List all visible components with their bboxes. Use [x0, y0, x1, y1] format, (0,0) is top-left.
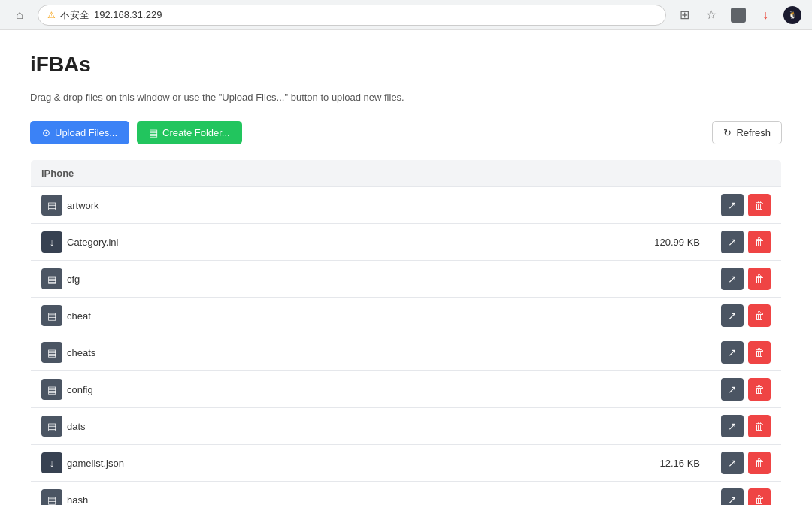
address-bar[interactable]: ⚠ 不安全 192.168.31.229 [38, 5, 666, 26]
folder-icon: ▤ [41, 305, 62, 326]
file-icon: ↓ [41, 231, 62, 252]
file-name-cell: ▤ hash [31, 482, 636, 506]
file-name-cell: ▤ cheats [31, 334, 636, 371]
file-name: Category.ini [67, 237, 118, 248]
share-button[interactable]: ↗ [721, 378, 744, 401]
file-name: cheat [67, 310, 91, 322]
file-size [635, 261, 710, 298]
file-size: 12.16 KB [635, 445, 710, 482]
file-name: hash [67, 494, 88, 506]
browser-toolbar-icons: ⊞ ☆ ↓ 🐧 [674, 5, 803, 26]
folder-icon: ▤ [41, 379, 62, 400]
file-name: gamelist.json [67, 458, 124, 469]
delete-button[interactable]: 🗑 [748, 304, 771, 327]
upload-icon: ⊙ [42, 127, 50, 138]
share-button[interactable]: ↗ [721, 452, 744, 474]
file-name: artwork [67, 200, 99, 211]
table-header-row: iPhone [31, 160, 782, 187]
file-name-cell: ▤ cheat [31, 298, 636, 334]
file-name-cell: ▤ dats [31, 408, 636, 445]
security-warning-icon: ⚠ [47, 10, 56, 20]
file-actions-cell: ↗ 🗑 [710, 482, 782, 506]
delete-button[interactable]: 🗑 [748, 268, 771, 290]
file-actions-cell: ↗ 🗑 [710, 298, 782, 334]
profile-button[interactable]: 🐧 [782, 5, 803, 26]
file-actions-cell: ↗ 🗑 [710, 371, 782, 408]
table-row: ▤ config ↗ 🗑 [31, 371, 782, 408]
address-text: 192.168.31.229 [94, 9, 162, 20]
share-button[interactable]: ↗ [721, 488, 744, 505]
file-size [635, 371, 710, 408]
delete-button[interactable]: 🗑 [748, 488, 771, 505]
file-actions-cell: ↗ 🗑 [710, 261, 782, 298]
upload-files-button[interactable]: ⊙ Upload Files... [30, 121, 129, 144]
delete-button[interactable]: 🗑 [748, 231, 771, 253]
translate-button[interactable]: ⊞ [674, 5, 695, 26]
file-name-cell: ▤ artwork [31, 187, 636, 224]
create-folder-label: Create Folder... [162, 127, 230, 138]
refresh-icon: ↻ [723, 127, 732, 138]
file-name-cell: ↓ gamelist.json [31, 445, 636, 482]
toolbar: ⊙ Upload Files... ▤ Create Folder... ↻ R… [30, 121, 782, 144]
app-title: iFBAs [30, 53, 782, 77]
extension-button[interactable] [728, 5, 749, 26]
file-name: dats [67, 421, 86, 432]
file-size [635, 298, 710, 334]
file-actions-cell: ↗ 🗑 [710, 445, 782, 482]
file-size [635, 334, 710, 371]
create-folder-button[interactable]: ▤ Create Folder... [137, 121, 242, 144]
download-button[interactable]: ↓ [755, 5, 776, 26]
browser-bar: ⌂ ⚠ 不安全 192.168.31.229 ⊞ ☆ ↓ 🐧 [0, 0, 812, 30]
share-button[interactable]: ↗ [721, 231, 744, 253]
delete-button[interactable]: 🗑 [748, 452, 771, 474]
file-actions-cell: ↗ 🗑 [710, 408, 782, 445]
file-name-cell: ▤ cfg [31, 261, 636, 298]
upload-label: Upload Files... [55, 127, 117, 138]
file-size: 120.99 KB [635, 224, 710, 261]
section-header: iPhone [31, 160, 782, 187]
table-row: ↓ gamelist.json 12.16 KB ↗ 🗑 [31, 445, 782, 482]
delete-button[interactable]: 🗑 [748, 194, 771, 216]
table-row: ▤ cheats ↗ 🗑 [31, 334, 782, 371]
folder-icon: ▤ [41, 489, 62, 505]
file-name-cell: ↓ Category.ini [31, 224, 636, 261]
folder-icon: ▤ [41, 342, 62, 363]
share-button[interactable]: ↗ [721, 415, 744, 437]
share-button[interactable]: ↗ [721, 304, 744, 327]
delete-button[interactable]: 🗑 [748, 341, 771, 364]
file-icon: ↓ [41, 452, 62, 473]
share-button[interactable]: ↗ [721, 341, 744, 364]
file-size [635, 408, 710, 445]
folder-icon: ▤ [41, 195, 62, 216]
folder-icon: ▤ [41, 268, 62, 289]
folder-icon: ▤ [41, 416, 62, 437]
home-button[interactable]: ⌂ [9, 5, 30, 26]
page-content: iFBAs Drag & drop files on this window o… [0, 30, 812, 505]
bookmark-button[interactable]: ☆ [701, 5, 722, 26]
extension-icon [731, 8, 746, 23]
share-button[interactable]: ↗ [721, 194, 744, 216]
table-row: ▤ dats ↗ 🗑 [31, 408, 782, 445]
create-folder-icon: ▤ [149, 127, 158, 138]
profile-icon: 🐧 [783, 6, 801, 24]
toolbar-left: ⊙ Upload Files... ▤ Create Folder... [30, 121, 242, 144]
file-name: cfg [67, 274, 80, 285]
file-size [635, 482, 710, 506]
delete-button[interactable]: 🗑 [748, 378, 771, 401]
translate-icon: ⊞ [680, 8, 689, 22]
table-row: ▤ hash ↗ 🗑 [31, 482, 782, 506]
file-actions-cell: ↗ 🗑 [710, 224, 782, 261]
delete-button[interactable]: 🗑 [748, 415, 771, 437]
file-name: config [67, 384, 93, 395]
share-button[interactable]: ↗ [721, 268, 744, 290]
download-icon: ↓ [762, 8, 768, 22]
refresh-button[interactable]: ↻ Refresh [712, 121, 782, 144]
file-actions-cell: ↗ 🗑 [710, 334, 782, 371]
file-name: cheats [67, 347, 95, 358]
star-icon: ☆ [706, 8, 717, 22]
refresh-label: Refresh [736, 127, 771, 138]
instructions-text: Drag & drop files on this window or use … [30, 92, 782, 103]
file-actions-cell: ↗ 🗑 [710, 187, 782, 224]
security-warning-label: 不安全 [60, 8, 89, 22]
file-size [635, 187, 710, 224]
